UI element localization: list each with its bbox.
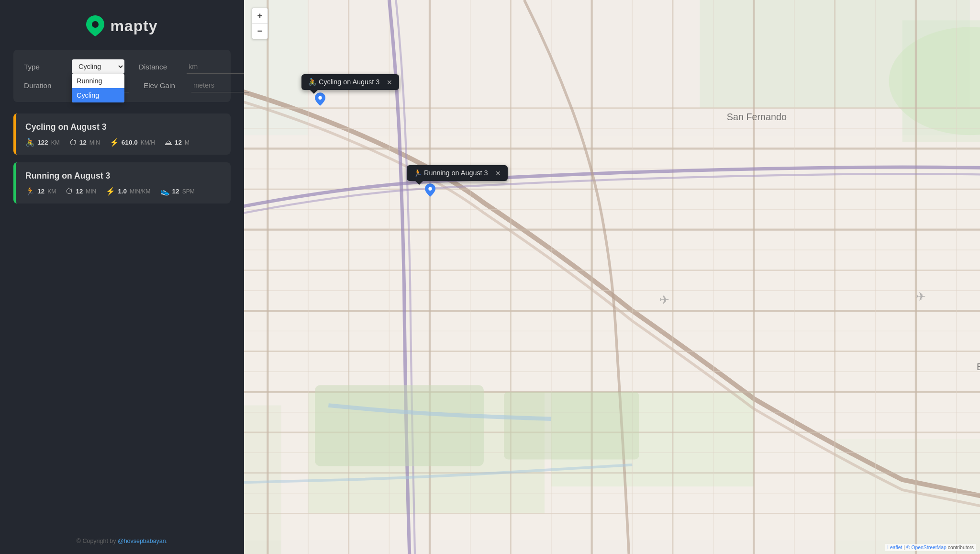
dropdown-option-running[interactable]: Running <box>72 74 124 88</box>
footer-text: © Copyright by <box>77 538 118 544</box>
running-popup: 🏃 Running on August 3 ✕ <box>407 165 508 181</box>
cycling-popup: 🚴 Cycling on August 3 ✕ <box>301 74 399 90</box>
stat-value: 12 <box>172 188 179 195</box>
svg-rect-62 <box>315 385 484 466</box>
footer-link[interactable]: @hovsepbabayan <box>118 538 166 544</box>
stat-emoji: ⚡ <box>110 138 119 147</box>
sidebar-footer: © Copyright by @hovsepbabayan. <box>0 528 244 554</box>
workout-list: Cycling on August 3🚴122KM⏱12MIN⚡610.0KM/… <box>0 113 244 528</box>
running-popup-close[interactable]: ✕ <box>495 170 501 177</box>
workout-form: Type Cycling Running Running Cycling Dis… <box>13 50 231 102</box>
stat-value: 12 <box>79 139 87 146</box>
cycling-popup-close[interactable]: ✕ <box>387 79 392 86</box>
stat-emoji: 🚴 <box>25 138 35 147</box>
stat-value: 1.0 <box>118 188 127 195</box>
zoom-in-button[interactable]: + <box>252 8 267 23</box>
stat-unit: KM/H <box>141 139 155 146</box>
leaflet-link[interactable]: Leaflet <box>887 545 902 550</box>
stat-item: 🚴122KM <box>25 138 60 147</box>
workout-stats: 🏃12KM⏱12MIN⚡1.0MIN/KM👟12SPM <box>25 187 221 196</box>
cycling-popup-label: 🚴 Cycling on August 3 <box>308 78 379 86</box>
stat-item: ⏱12MIN <box>69 138 100 147</box>
stat-unit: MIN <box>89 139 100 146</box>
distance-field: Distance <box>139 60 244 74</box>
type-field: Type Cycling Running Running Cycling <box>24 59 124 74</box>
elevgain-field: Elev Gain <box>144 79 249 92</box>
map-container[interactable]: Foothill Freeway San Fernando Burbank ✈ … <box>244 0 980 554</box>
stat-emoji: ⚡ <box>106 187 115 196</box>
sidebar: mapty Type Cycling Running Running Cycli… <box>0 0 244 554</box>
running-pin-icon <box>425 183 435 197</box>
cycling-marker[interactable] <box>315 92 325 108</box>
stat-value: 12 <box>76 188 83 195</box>
stat-unit: SPM <box>182 188 195 195</box>
stat-item: ⛰12M <box>165 138 189 147</box>
stat-item: ⚡1.0MIN/KM <box>106 187 150 196</box>
osm-link[interactable]: © OpenStreetMap <box>906 545 947 550</box>
cycling-pin-icon <box>315 92 325 106</box>
stat-value: 12 <box>37 188 45 195</box>
stat-emoji: ⏱ <box>66 187 73 196</box>
elevgain-input[interactable] <box>191 79 249 92</box>
map-credit: Leaflet | © OpenStreetMap contributors <box>885 544 976 551</box>
workout-card-cycling-aug3[interactable]: Cycling on August 3🚴122KM⏱12MIN⚡610.0KM/… <box>13 113 231 155</box>
workout-card-running-aug3[interactable]: Running on August 3🏃12KM⏱12MIN⚡1.0MIN/KM… <box>13 162 231 204</box>
svg-text:✈: ✈ <box>659 293 669 306</box>
stat-unit: M <box>185 139 189 146</box>
stat-item: 🏃12KM <box>25 187 56 196</box>
running-marker[interactable] <box>425 183 435 199</box>
sidebar-header: mapty <box>0 0 244 50</box>
footer-suffix: . <box>166 538 167 544</box>
stat-unit: MIN <box>86 188 96 195</box>
svg-text:Burbank: Burbank <box>977 362 980 372</box>
type-dropdown-open[interactable]: Running Cycling <box>72 74 124 102</box>
stat-value: 12 <box>175 139 182 146</box>
svg-rect-63 <box>504 392 639 459</box>
elevgain-label: Elev Gain <box>144 81 187 90</box>
svg-point-64 <box>318 96 322 100</box>
distance-label: Distance <box>139 63 182 71</box>
svg-point-65 <box>428 187 432 191</box>
stat-unit: KM <box>47 188 56 195</box>
dropdown-option-cycling[interactable]: Cycling <box>72 88 124 102</box>
running-popup-label: 🏃 Running on August 3 <box>413 169 488 177</box>
duration-label: Duration <box>24 81 67 90</box>
type-label: Type <box>24 63 67 71</box>
stat-item: ⚡610.0KM/H <box>110 138 155 147</box>
stat-value: 610.0 <box>122 139 138 146</box>
svg-text:✈: ✈ <box>916 290 926 303</box>
zoom-out-button[interactable]: − <box>252 23 267 39</box>
stat-emoji: ⏱ <box>69 138 77 147</box>
svg-point-0 <box>92 21 99 28</box>
mapty-logo-icon <box>86 15 104 36</box>
type-dropdown-wrapper[interactable]: Cycling Running Running Cycling <box>72 59 124 74</box>
stat-emoji: ⛰ <box>165 138 172 147</box>
distance-input[interactable] <box>187 60 244 74</box>
svg-text:San Fernando: San Fernando <box>727 112 787 122</box>
workout-stats: 🚴122KM⏱12MIN⚡610.0KM/H⛰12M <box>25 138 221 147</box>
stat-emoji: 👟 <box>160 187 170 196</box>
stat-item: ⏱12MIN <box>66 187 96 196</box>
stat-item: 👟12SPM <box>160 187 195 196</box>
type-select[interactable]: Cycling Running <box>72 59 124 74</box>
workout-title: Running on August 3 <box>25 171 221 181</box>
stat-emoji: 🏃 <box>25 187 35 196</box>
stat-unit: KM <box>51 139 60 146</box>
workout-title: Cycling on August 3 <box>25 122 221 132</box>
stat-unit: MIN/KM <box>130 188 150 195</box>
stat-value: 122 <box>37 139 48 146</box>
app-title: mapty <box>110 17 157 35</box>
map-controls: + − <box>252 8 268 39</box>
